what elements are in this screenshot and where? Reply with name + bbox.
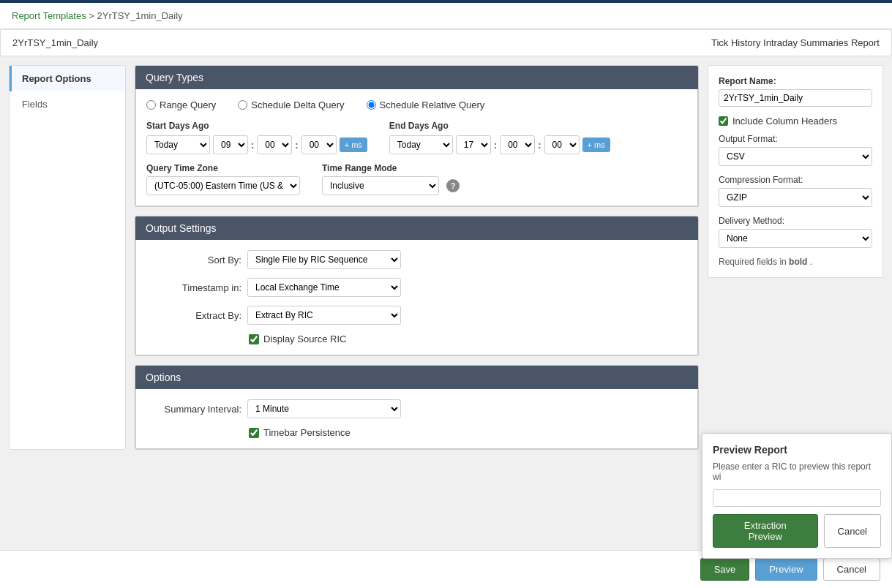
- right-panel: Report Name: Include Column Headers Outp…: [708, 65, 883, 450]
- breadcrumb: Report Templates > 2YrTSY_1min_Daily: [0, 3, 892, 29]
- summary-interval-label: Summary Interval:: [146, 404, 241, 415]
- delivery-method-group: Delivery Method: None FTP Email: [719, 216, 872, 248]
- output-format-label: Output Format:: [719, 134, 872, 144]
- extract-by-select[interactable]: Extract By RIC Extract By Chain Extract …: [247, 306, 401, 325]
- extract-by-row: Extract By: Extract By RIC Extract By Ch…: [146, 306, 687, 325]
- start-date-inputs: Today Yesterday 09 00011017 : 00: [146, 135, 367, 154]
- end-sep2: :: [538, 140, 541, 151]
- radio-range-query[interactable]: Range Query: [146, 99, 216, 110]
- date-row: Start Days Ago Today Yesterday 09 000110…: [146, 121, 687, 154]
- summary-interval-select[interactable]: 1 Minute 5 Minutes 10 Minutes 15 Minutes…: [247, 399, 401, 418]
- sort-by-row: Sort By: Single File by RIC Sequence Mul…: [146, 250, 687, 269]
- query-timezone-select[interactable]: (UTC-05:00) Eastern Time (US & Can: [146, 176, 300, 195]
- compression-format-label: Compression Format:: [719, 175, 872, 185]
- page-subtitle: Tick History Intraday Summaries Report: [711, 37, 880, 48]
- sort-by-label: Sort By:: [146, 255, 241, 265]
- compression-format-select[interactable]: GZIP ZIP None: [719, 188, 872, 207]
- radio-range-query-input[interactable]: [146, 100, 156, 110]
- end-date-select[interactable]: Today Yesterday: [389, 135, 453, 154]
- end-hour-select[interactable]: 17 0009: [456, 135, 491, 154]
- include-column-headers-checkbox[interactable]: [719, 116, 728, 126]
- radio-schedule-relative[interactable]: Schedule Relative Query: [367, 99, 485, 110]
- start-days-ago-group: Start Days Ago Today Yesterday 09 000110…: [146, 121, 367, 154]
- radio-schedule-delta[interactable]: Schedule Delta Query: [238, 99, 344, 110]
- output-settings-body: Sort By: Single File by RIC Sequence Mul…: [135, 240, 698, 355]
- include-column-headers-label: Include Column Headers: [732, 116, 837, 127]
- include-column-headers-row: Include Column Headers: [719, 116, 872, 127]
- sidebar-item-report-options[interactable]: Report Options: [10, 66, 125, 91]
- timestamp-in-select[interactable]: Local Exchange Time UTC Exchange Time Zo…: [247, 278, 401, 297]
- start-sep2: :: [295, 140, 298, 151]
- delivery-method-select[interactable]: None FTP Email: [719, 229, 872, 248]
- breadcrumb-separator: >: [89, 10, 94, 21]
- output-format-group: Output Format: CSV TSV Excel: [719, 134, 872, 166]
- end-second-select[interactable]: 00: [544, 135, 580, 154]
- end-days-ago-group: End Days Ago Today Yesterday 17 0009 :: [389, 121, 610, 154]
- sidebar-item-fields[interactable]: Fields: [10, 91, 125, 117]
- query-types-section: Query Types Range Query Schedule Delta Q…: [135, 65, 699, 207]
- display-source-ric-row: Display Source RIC: [249, 333, 687, 344]
- sidebar: Report Options Fields: [9, 65, 126, 450]
- output-format-select[interactable]: CSV TSV Excel: [719, 147, 872, 166]
- content-wrapper: Report Options Fields Query Types Range …: [0, 56, 892, 459]
- query-timezone-group: Query Time Zone (UTC-05:00) Eastern Time…: [146, 163, 300, 195]
- query-type-radios: Range Query Schedule Delta Query Schedul…: [146, 99, 687, 110]
- radio-schedule-delta-input[interactable]: [238, 100, 247, 110]
- report-name-input[interactable]: [719, 89, 872, 107]
- report-name-group: Report Name:: [719, 76, 872, 107]
- compression-format-group: Compression Format: GZIP ZIP None: [719, 175, 872, 207]
- output-settings-section: Output Settings Sort By: Single File by …: [135, 216, 699, 356]
- timebar-persistence-checkbox[interactable]: [249, 428, 259, 438]
- start-days-label: Start Days Ago: [146, 121, 367, 131]
- page-title: 2YrTSY_1min_Daily: [12, 37, 98, 48]
- query-types-body: Range Query Schedule Delta Query Schedul…: [135, 89, 698, 206]
- end-ms-button[interactable]: + ms: [582, 137, 610, 152]
- summary-interval-row: Summary Interval: 1 Minute 5 Minutes 10 …: [146, 399, 687, 418]
- output-settings-header: Output Settings: [135, 216, 698, 240]
- page-header: 2YrTSY_1min_Daily Tick History Intraday …: [0, 29, 892, 56]
- end-days-label: End Days Ago: [389, 121, 610, 131]
- main-content: Query Types Range Query Schedule Delta Q…: [135, 65, 699, 450]
- end-sep1: :: [494, 140, 497, 151]
- radio-schedule-relative-input[interactable]: [367, 100, 376, 110]
- start-ms-button[interactable]: + ms: [340, 137, 367, 152]
- start-date-select[interactable]: Today Yesterday: [146, 135, 210, 154]
- display-source-ric-checkbox[interactable]: [249, 334, 259, 344]
- breadcrumb-link[interactable]: Report Templates: [12, 10, 86, 21]
- preview-report-popup: Preview Report Please enter a RIC to pre…: [702, 433, 892, 459]
- required-note: Required fields in bold .: [719, 257, 872, 267]
- display-source-ric-label: Display Source RIC: [263, 333, 346, 344]
- sort-by-select[interactable]: Single File by RIC Sequence Multiple Fil…: [247, 250, 401, 269]
- timezone-row: Query Time Zone (UTC-05:00) Eastern Time…: [146, 163, 687, 195]
- end-minute-select[interactable]: 00: [500, 135, 535, 154]
- options-header: Options: [135, 366, 698, 389]
- timestamp-in-label: Timestamp in:: [146, 282, 241, 293]
- extract-by-label: Extract By:: [146, 310, 241, 321]
- right-form: Report Name: Include Column Headers Outp…: [708, 65, 883, 278]
- start-sep1: :: [251, 140, 254, 151]
- start-second-select[interactable]: 00: [301, 135, 337, 154]
- delivery-method-label: Delivery Method:: [719, 216, 872, 226]
- start-minute-select[interactable]: 00: [257, 135, 292, 154]
- time-range-mode-group: Time Range Mode Inclusive Exclusive Wind…: [322, 163, 460, 195]
- timebar-persistence-label: Timebar Persistence: [263, 427, 351, 438]
- preview-popup-title: Preview Report: [713, 444, 881, 456]
- options-section: Options Summary Interval: 1 Minute 5 Min…: [135, 365, 699, 450]
- options-body: Summary Interval: 1 Minute 5 Minutes 10 …: [135, 389, 698, 449]
- time-range-mode-label: Time Range Mode: [322, 163, 460, 173]
- query-types-header: Query Types: [135, 66, 698, 89]
- end-date-inputs: Today Yesterday 17 0009 : 00 :: [389, 135, 610, 154]
- time-range-mode-select[interactable]: Inclusive Exclusive Window: [322, 176, 439, 195]
- time-range-help-icon[interactable]: ?: [446, 179, 460, 192]
- timebar-persistence-row: Timebar Persistence: [249, 427, 687, 438]
- breadcrumb-current: 2YrTSY_1min_Daily: [97, 10, 183, 21]
- timestamp-in-row: Timestamp in: Local Exchange Time UTC Ex…: [146, 278, 687, 297]
- start-hour-select[interactable]: 09 00011017: [213, 135, 248, 154]
- report-name-label: Report Name:: [719, 76, 872, 86]
- query-timezone-label: Query Time Zone: [146, 163, 300, 173]
